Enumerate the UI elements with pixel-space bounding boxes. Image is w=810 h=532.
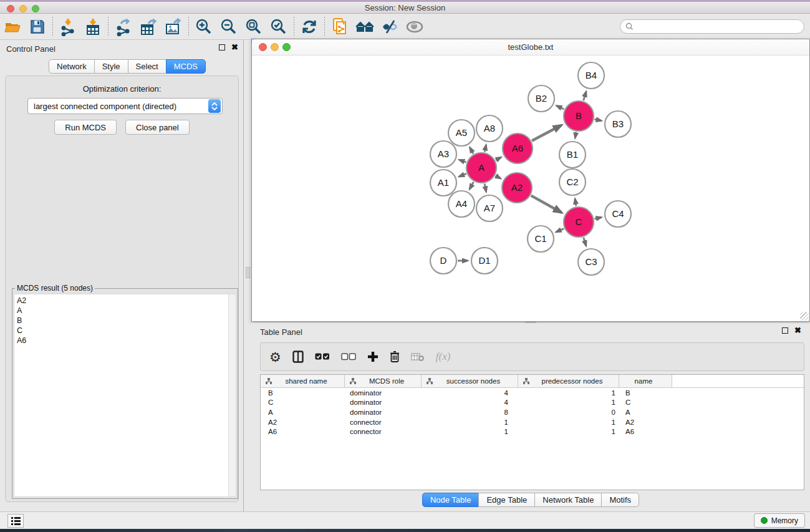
open-session-button[interactable]	[0, 16, 25, 37]
zoom-out-button[interactable]	[216, 16, 241, 37]
first-neighbors-button[interactable]	[352, 16, 377, 37]
task-history-button[interactable]	[7, 514, 24, 528]
network-canvas[interactable]: B4B2BB3A8A5A6B1A3AC2A1A2A4A7C4CC1C3DD1	[252, 56, 809, 321]
graph-edge-A-A1[interactable]	[459, 174, 466, 177]
tab-edge-table[interactable]: Edge Table	[478, 493, 535, 507]
import-network-button[interactable]	[55, 16, 80, 37]
split-divider-handle[interactable]	[246, 267, 250, 278]
table-row[interactable]: A6connector11A6	[261, 427, 804, 437]
save-session-button[interactable]	[25, 16, 50, 37]
mcds-result-item[interactable]: B	[17, 316, 233, 326]
graph-edge-C-C1[interactable]	[556, 229, 564, 233]
export-network-button[interactable]	[111, 16, 136, 37]
graph-node-A8[interactable]: A8	[476, 115, 503, 142]
float-table-panel-icon[interactable]	[782, 327, 788, 334]
graph-node-B1[interactable]: B1	[559, 142, 586, 168]
run-mcds-button[interactable]: Run MCDS	[54, 120, 117, 135]
function-builder-button[interactable]: f(x)	[436, 347, 451, 366]
graph-node-A1[interactable]: A1	[430, 170, 456, 196]
network-from-selection-button[interactable]	[327, 16, 352, 37]
tab-select[interactable]: Select	[128, 59, 166, 74]
graph-node-A2[interactable]: A2	[502, 173, 532, 203]
graph-edge-A-A7[interactable]	[485, 183, 486, 191]
graph-node-B2[interactable]: B2	[528, 85, 554, 112]
zoom-selected-button[interactable]	[266, 16, 291, 37]
graph-edge-A-A8[interactable]	[485, 145, 486, 152]
tab-style[interactable]: Style	[94, 59, 128, 74]
graph-edge-B-B2[interactable]	[556, 105, 564, 109]
close-panel-button[interactable]: Close panel	[125, 120, 190, 135]
table-row[interactable]: Adominator80A	[261, 407, 804, 417]
column-header-shared-name[interactable]: shared name	[261, 375, 345, 387]
table-row[interactable]: Bdominator41B	[261, 388, 804, 398]
graph-edge-C-C4[interactable]	[594, 217, 601, 218]
tab-node-table[interactable]: Node Table	[422, 493, 480, 507]
tab-network-table[interactable]: Network Table	[534, 493, 602, 507]
network-window-titlebar[interactable]: testGlobe.txt	[252, 39, 809, 56]
graph-edge-A-A6[interactable]	[496, 157, 501, 160]
table-settings-button[interactable]: ⚙	[269, 347, 281, 366]
graph-edge-B-B1[interactable]	[575, 132, 576, 138]
close-panel-icon[interactable]: ✖	[231, 44, 238, 51]
tab-mcds[interactable]: MCDS	[166, 59, 206, 74]
graph-node-B[interactable]: B	[564, 101, 594, 131]
graph-node-A3[interactable]: A3	[430, 141, 456, 167]
criterion-dropdown[interactable]: largest connected component (directed)	[27, 98, 223, 114]
close-table-panel-icon[interactable]: ✖	[794, 327, 801, 334]
delete-table-button[interactable]	[411, 347, 425, 366]
graph-node-A7[interactable]: A7	[476, 195, 503, 221]
toolbar-search-field[interactable]	[620, 19, 804, 34]
graph-node-D1[interactable]: D1	[471, 248, 498, 274]
graph-node-D[interactable]: D	[430, 248, 456, 274]
column-header-name[interactable]: name	[619, 375, 672, 387]
mcds-scrollbar[interactable]	[228, 294, 236, 496]
create-column-button[interactable]	[367, 347, 378, 366]
graph-edge-A2-C[interactable]	[531, 196, 562, 213]
zoom-fit-button[interactable]	[241, 16, 266, 37]
select-all-columns-button[interactable]	[315, 347, 330, 366]
mcds-result-item[interactable]: A6	[17, 336, 233, 346]
column-header-mcds-role[interactable]: MCDS role	[345, 375, 422, 387]
table-row[interactable]: Cdominator41C	[261, 398, 804, 408]
graph-edge-B-B4[interactable]	[584, 92, 586, 100]
import-table-button[interactable]	[80, 16, 105, 37]
graph-node-A5[interactable]: A5	[448, 120, 475, 146]
export-table-button[interactable]	[136, 16, 161, 37]
window-resize-grip[interactable]	[800, 312, 809, 321]
show-columns-button[interactable]	[292, 347, 304, 366]
column-header-predecessor-nodes[interactable]: predecessor nodes	[518, 375, 619, 387]
tab-network[interactable]: Network	[49, 59, 95, 74]
graph-edge-C-C3[interactable]	[584, 238, 586, 246]
float-panel-icon[interactable]	[219, 44, 225, 51]
graph-node-A[interactable]: A	[466, 153, 496, 183]
graph-node-A6[interactable]: A6	[503, 133, 533, 163]
zoom-in-button[interactable]	[191, 16, 216, 37]
show-all-button[interactable]	[402, 16, 427, 37]
memory-button[interactable]: Memory	[754, 513, 805, 528]
graph-node-C[interactable]: C	[564, 207, 594, 237]
mcds-result-item[interactable]: A2	[17, 296, 233, 306]
table-row[interactable]: A2connector11A2	[261, 417, 804, 427]
column-header-successor-nodes[interactable]: successor nodes	[422, 375, 518, 387]
graph-edge-A-A2[interactable]	[496, 176, 501, 179]
search-input[interactable]	[634, 22, 799, 31]
delete-column-button[interactable]	[390, 347, 400, 366]
graph-node-C3[interactable]: C3	[578, 249, 604, 275]
mcds-result-item[interactable]: A	[17, 306, 233, 316]
graph-node-B4[interactable]: B4	[578, 62, 604, 89]
unselect-all-columns-button[interactable]	[341, 347, 356, 366]
graph-edge-A-A4[interactable]	[470, 182, 473, 190]
graph-node-C1[interactable]: C1	[528, 226, 554, 252]
graph-edge-A-A3[interactable]	[459, 160, 466, 162]
graph-node-B3[interactable]: B3	[605, 111, 631, 137]
hide-selected-button[interactable]	[377, 16, 402, 37]
graph-edge-A6-B[interactable]	[532, 125, 561, 141]
mcds-result-item[interactable]: C	[17, 326, 233, 336]
graph-edge-A-A5[interactable]	[470, 147, 473, 153]
graph-edge-B-B3[interactable]	[594, 119, 601, 120]
tab-motifs[interactable]: Motifs	[601, 493, 639, 507]
graph-node-C2[interactable]: C2	[559, 169, 586, 195]
graph-node-A4[interactable]: A4	[448, 191, 475, 217]
graph-edge-C-C2[interactable]	[575, 199, 576, 206]
graph-node-C4[interactable]: C4	[605, 201, 631, 227]
